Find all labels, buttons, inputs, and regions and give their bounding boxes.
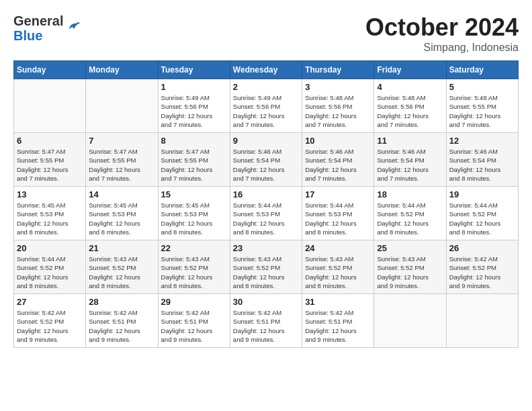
calendar-cell: 21Sunrise: 5:43 AM Sunset: 5:52 PM Dayli… (86, 240, 158, 294)
weekday-header-row: SundayMondayTuesdayWednesdayThursdayFrid… (14, 61, 519, 79)
day-number: 15 (161, 189, 227, 199)
calendar-cell: 17Sunrise: 5:44 AM Sunset: 5:53 PM Dayli… (302, 187, 374, 240)
location-subtitle: Simpang, Indonesia (365, 42, 519, 54)
calendar-cell: 18Sunrise: 5:44 AM Sunset: 5:52 PM Dayli… (374, 187, 446, 240)
calendar-week-row: 27Sunrise: 5:42 AM Sunset: 5:52 PM Dayli… (14, 294, 519, 348)
weekday-header-monday: Monday (86, 61, 158, 79)
day-content: Sunrise: 5:46 AM Sunset: 5:54 PM Dayligh… (449, 147, 515, 183)
day-content: Sunrise: 5:42 AM Sunset: 5:51 PM Dayligh… (233, 308, 299, 344)
weekday-header-tuesday: Tuesday (158, 61, 230, 79)
day-content: Sunrise: 5:48 AM Sunset: 5:56 PM Dayligh… (377, 93, 443, 129)
calendar-cell: 3Sunrise: 5:48 AM Sunset: 5:56 PM Daylig… (302, 79, 374, 133)
day-content: Sunrise: 5:45 AM Sunset: 5:53 PM Dayligh… (17, 201, 83, 236)
day-number: 23 (233, 243, 299, 253)
day-content: Sunrise: 5:42 AM Sunset: 5:51 PM Dayligh… (161, 308, 227, 344)
day-content: Sunrise: 5:44 AM Sunset: 5:52 PM Dayligh… (449, 201, 515, 236)
calendar-cell: 23Sunrise: 5:43 AM Sunset: 5:52 PM Dayli… (230, 240, 302, 294)
day-number: 28 (89, 297, 154, 307)
calendar-cell: 11Sunrise: 5:46 AM Sunset: 5:54 PM Dayli… (374, 133, 446, 187)
day-number: 25 (377, 243, 443, 253)
logo-blue-text: Blue (13, 28, 63, 43)
day-content: Sunrise: 5:42 AM Sunset: 5:51 PM Dayligh… (89, 308, 154, 344)
day-content: Sunrise: 5:43 AM Sunset: 5:52 PM Dayligh… (305, 255, 371, 290)
calendar-week-row: 13Sunrise: 5:45 AM Sunset: 5:53 PM Dayli… (14, 187, 519, 240)
day-content: Sunrise: 5:47 AM Sunset: 5:55 PM Dayligh… (89, 147, 154, 183)
day-content: Sunrise: 5:49 AM Sunset: 5:56 PM Dayligh… (161, 93, 227, 129)
day-number: 12 (449, 136, 515, 146)
calendar-cell: 1Sunrise: 5:49 AM Sunset: 5:56 PM Daylig… (158, 79, 230, 133)
calendar-cell: 14Sunrise: 5:45 AM Sunset: 5:53 PM Dayli… (86, 187, 158, 240)
day-number: 24 (305, 243, 371, 253)
day-number: 11 (377, 136, 443, 146)
day-content: Sunrise: 5:49 AM Sunset: 5:56 PM Dayligh… (233, 93, 299, 129)
calendar-cell: 7Sunrise: 5:47 AM Sunset: 5:55 PM Daylig… (86, 133, 158, 187)
day-content: Sunrise: 5:43 AM Sunset: 5:52 PM Dayligh… (233, 255, 299, 290)
calendar-table: SundayMondayTuesdayWednesdayThursdayFrid… (13, 60, 519, 348)
calendar-cell: 9Sunrise: 5:46 AM Sunset: 5:54 PM Daylig… (230, 133, 302, 187)
calendar-cell: 2Sunrise: 5:49 AM Sunset: 5:56 PM Daylig… (230, 79, 302, 133)
day-content: Sunrise: 5:47 AM Sunset: 5:55 PM Dayligh… (161, 147, 227, 183)
day-content: Sunrise: 5:42 AM Sunset: 5:52 PM Dayligh… (449, 255, 515, 290)
day-number: 27 (17, 297, 83, 307)
calendar-cell: 12Sunrise: 5:46 AM Sunset: 5:54 PM Dayli… (446, 133, 518, 187)
day-content: Sunrise: 5:44 AM Sunset: 5:52 PM Dayligh… (17, 255, 83, 290)
day-content: Sunrise: 5:42 AM Sunset: 5:51 PM Dayligh… (305, 308, 371, 344)
logo-general-text: General (13, 13, 63, 28)
logo-bird-icon (66, 19, 81, 34)
weekday-header-saturday: Saturday (446, 61, 518, 79)
calendar-cell: 15Sunrise: 5:45 AM Sunset: 5:53 PM Dayli… (158, 187, 230, 240)
day-number: 5 (449, 82, 515, 92)
day-number: 17 (305, 189, 371, 199)
calendar-cell: 26Sunrise: 5:42 AM Sunset: 5:52 PM Dayli… (446, 240, 518, 294)
day-content: Sunrise: 5:43 AM Sunset: 5:52 PM Dayligh… (377, 255, 443, 290)
calendar-cell: 16Sunrise: 5:44 AM Sunset: 5:53 PM Dayli… (230, 187, 302, 240)
day-content: Sunrise: 5:45 AM Sunset: 5:53 PM Dayligh… (161, 201, 227, 236)
page-header: General Blue October 2024 Simpang, Indon… (13, 13, 519, 54)
day-content: Sunrise: 5:44 AM Sunset: 5:53 PM Dayligh… (233, 201, 299, 236)
day-number: 10 (305, 136, 371, 146)
day-content: Sunrise: 5:48 AM Sunset: 5:56 PM Dayligh… (305, 93, 371, 129)
day-number: 22 (161, 243, 227, 253)
day-content: Sunrise: 5:44 AM Sunset: 5:52 PM Dayligh… (377, 201, 443, 236)
day-number: 20 (17, 243, 83, 253)
day-content: Sunrise: 5:43 AM Sunset: 5:52 PM Dayligh… (161, 255, 227, 290)
day-content: Sunrise: 5:48 AM Sunset: 5:55 PM Dayligh… (449, 93, 515, 129)
calendar-cell: 8Sunrise: 5:47 AM Sunset: 5:55 PM Daylig… (158, 133, 230, 187)
day-number: 19 (449, 189, 515, 199)
calendar-cell (86, 79, 158, 133)
weekday-header-thursday: Thursday (302, 61, 374, 79)
day-number: 13 (17, 189, 83, 199)
logo: General Blue (13, 13, 81, 43)
calendar-cell: 20Sunrise: 5:44 AM Sunset: 5:52 PM Dayli… (14, 240, 86, 294)
calendar-cell: 30Sunrise: 5:42 AM Sunset: 5:51 PM Dayli… (230, 294, 302, 348)
calendar-cell: 24Sunrise: 5:43 AM Sunset: 5:52 PM Dayli… (302, 240, 374, 294)
calendar-cell: 19Sunrise: 5:44 AM Sunset: 5:52 PM Dayli… (446, 187, 518, 240)
day-content: Sunrise: 5:47 AM Sunset: 5:55 PM Dayligh… (17, 147, 83, 183)
day-number: 14 (89, 189, 154, 199)
day-content: Sunrise: 5:46 AM Sunset: 5:54 PM Dayligh… (377, 147, 443, 183)
day-content: Sunrise: 5:46 AM Sunset: 5:54 PM Dayligh… (305, 147, 371, 183)
day-number: 16 (233, 189, 299, 199)
calendar-cell: 31Sunrise: 5:42 AM Sunset: 5:51 PM Dayli… (302, 294, 374, 348)
calendar-cell: 6Sunrise: 5:47 AM Sunset: 5:55 PM Daylig… (14, 133, 86, 187)
month-title: October 2024 (365, 13, 519, 42)
day-number: 31 (305, 297, 371, 307)
calendar-cell: 28Sunrise: 5:42 AM Sunset: 5:51 PM Dayli… (86, 294, 158, 348)
title-block: October 2024 Simpang, Indonesia (365, 13, 519, 54)
calendar-week-row: 1Sunrise: 5:49 AM Sunset: 5:56 PM Daylig… (14, 79, 519, 133)
calendar-cell: 29Sunrise: 5:42 AM Sunset: 5:51 PM Dayli… (158, 294, 230, 348)
calendar-cell: 13Sunrise: 5:45 AM Sunset: 5:53 PM Dayli… (14, 187, 86, 240)
calendar-cell: 4Sunrise: 5:48 AM Sunset: 5:56 PM Daylig… (374, 79, 446, 133)
calendar-cell (446, 294, 518, 348)
day-number: 2 (233, 82, 299, 92)
calendar-cell: 22Sunrise: 5:43 AM Sunset: 5:52 PM Dayli… (158, 240, 230, 294)
weekday-header-friday: Friday (374, 61, 446, 79)
day-number: 29 (161, 297, 227, 307)
calendar-cell (14, 79, 86, 133)
calendar-week-row: 20Sunrise: 5:44 AM Sunset: 5:52 PM Dayli… (14, 240, 519, 294)
day-content: Sunrise: 5:46 AM Sunset: 5:54 PM Dayligh… (233, 147, 299, 183)
calendar-cell (374, 294, 446, 348)
day-number: 21 (89, 243, 154, 253)
calendar-cell: 10Sunrise: 5:46 AM Sunset: 5:54 PM Dayli… (302, 133, 374, 187)
weekday-header-sunday: Sunday (14, 61, 86, 79)
